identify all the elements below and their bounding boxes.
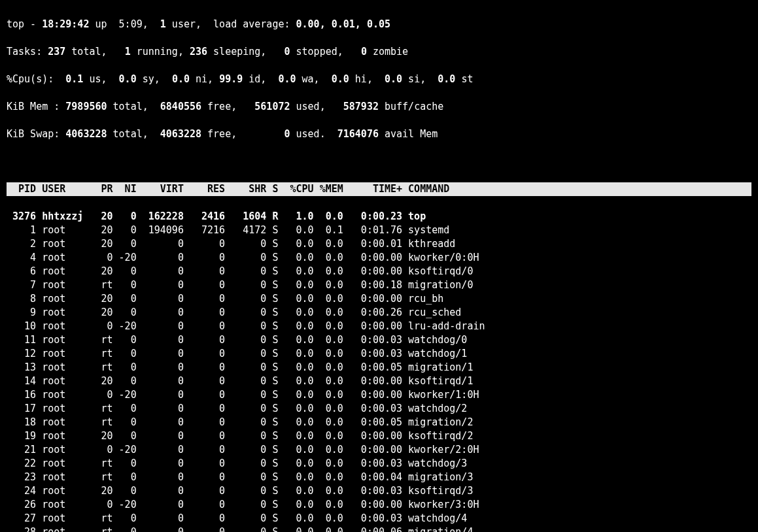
process-row: 12 root rt 0 0 0 0 S 0.0 0.0 0:00.03 wat… (7, 347, 751, 361)
process-row: 23 root rt 0 0 0 0 S 0.0 0.0 0:00.04 mig… (7, 471, 751, 484)
process-row: 17 root rt 0 0 0 0 S 0.0 0.0 0:00.03 wat… (7, 402, 751, 416)
process-list: 3276 hhtxzzj 20 0 162228 2416 1604 R 1.0… (7, 210, 751, 532)
column-header: PID USER PR NI VIRT RES SHR S %CPU %MEM … (7, 182, 751, 196)
process-row: 10 root 0 -20 0 0 0 S 0.0 0.0 0:00.00 lr… (7, 320, 751, 333)
process-row: 19 root 20 0 0 0 0 S 0.0 0.0 0:00.00 kso… (7, 429, 751, 443)
process-row: 24 root 20 0 0 0 0 S 0.0 0.0 0:00.03 kso… (7, 484, 751, 498)
blank-line (7, 155, 751, 169)
process-row: 21 root 0 -20 0 0 0 S 0.0 0.0 0:00.00 kw… (7, 443, 751, 457)
process-row: 18 root rt 0 0 0 0 S 0.0 0.0 0:00.05 mig… (7, 416, 751, 429)
process-row: 4 root 0 -20 0 0 0 S 0.0 0.0 0:00.00 kwo… (7, 251, 751, 265)
process-row: 13 root rt 0 0 0 0 S 0.0 0.0 0:00.05 mig… (7, 361, 751, 374)
process-row: 3276 hhtxzzj 20 0 162228 2416 1604 R 1.0… (7, 210, 751, 224)
process-row: 11 root rt 0 0 0 0 S 0.0 0.0 0:00.03 wat… (7, 333, 751, 347)
process-row: 2 root 20 0 0 0 0 S 0.0 0.0 0:00.01 kthr… (7, 237, 751, 251)
process-row: 9 root 20 0 0 0 0 S 0.0 0.0 0:00.26 rcu_… (7, 306, 751, 320)
process-row: 16 root 0 -20 0 0 0 S 0.0 0.0 0:00.00 kw… (7, 388, 751, 402)
process-row: 27 root rt 0 0 0 0 S 0.0 0.0 0:00.03 wat… (7, 512, 751, 525)
summary-line-mem: KiB Mem : 7989560 total, 6840556 free, 5… (7, 100, 751, 114)
process-row: 1 root 20 0 194096 7216 4172 S 0.0 0.1 0… (7, 224, 751, 237)
summary-line-swap: KiB Swap: 4063228 total, 4063228 free, 0… (7, 127, 751, 141)
terminal[interactable]: top - 18:29:42 up 5:09, 1 user, load ave… (0, 0, 758, 532)
summary-line-cpu: %Cpu(s): 0.1 us, 0.0 sy, 0.0 ni, 99.9 id… (7, 73, 751, 86)
process-row: 14 root 20 0 0 0 0 S 0.0 0.0 0:00.00 kso… (7, 374, 751, 388)
process-row: 22 root rt 0 0 0 0 S 0.0 0.0 0:00.03 wat… (7, 457, 751, 471)
summary-line-uptime: top - 18:29:42 up 5:09, 1 user, load ave… (7, 18, 751, 31)
process-row: 6 root 20 0 0 0 0 S 0.0 0.0 0:00.00 ksof… (7, 265, 751, 278)
summary-line-tasks: Tasks: 237 total, 1 running, 236 sleepin… (7, 45, 751, 59)
process-row: 7 root rt 0 0 0 0 S 0.0 0.0 0:00.18 migr… (7, 278, 751, 292)
process-row: 28 root rt 0 0 0 0 S 0.0 0.0 0:00.06 mig… (7, 525, 751, 532)
process-row: 26 root 0 -20 0 0 0 S 0.0 0.0 0:00.00 kw… (7, 498, 751, 512)
process-row: 8 root 20 0 0 0 0 S 0.0 0.0 0:00.00 rcu_… (7, 292, 751, 306)
